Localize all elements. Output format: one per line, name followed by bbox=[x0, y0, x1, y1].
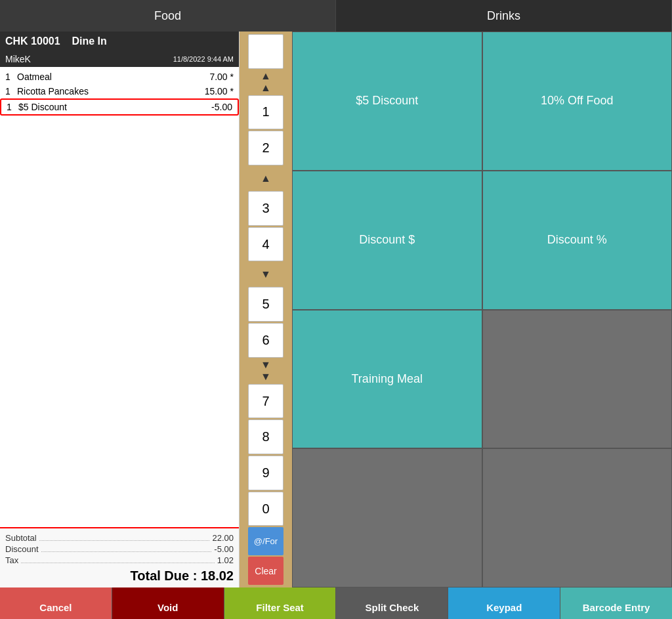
tax-value: 1.02 bbox=[217, 555, 234, 565]
order-items-list: 1 Oatmeal 7.00 * 1 Ricotta Pancakes 15.0… bbox=[0, 67, 239, 527]
keypad-button[interactable]: Keypad bbox=[448, 587, 560, 619]
total-due-value: 18.02 bbox=[201, 568, 234, 584]
num-5-button[interactable]: 5 bbox=[248, 287, 284, 322]
scroll-up-double-button[interactable]: ▲▲ bbox=[248, 70, 284, 94]
tab-food[interactable]: Food bbox=[0, 0, 336, 32]
tax-label: Tax bbox=[5, 555, 18, 565]
discount-value: -5.00 bbox=[214, 544, 234, 554]
tab-drinks[interactable]: Drinks bbox=[336, 0, 672, 32]
item-name: Oatmeal bbox=[17, 72, 194, 82]
at-for-button[interactable]: @/For bbox=[248, 527, 284, 555]
split-check-label: Split Check bbox=[366, 602, 419, 613]
table-row-selected[interactable]: 1 $5 Discount -5.00 bbox=[0, 98, 239, 116]
keypad-label: Keypad bbox=[486, 602, 522, 613]
menu-item-label: $5 Discount bbox=[356, 94, 418, 108]
menu-item-label: Discount % bbox=[547, 233, 607, 247]
num-9-button[interactable]: 9 bbox=[248, 456, 284, 490]
num-2-button[interactable]: 2 bbox=[248, 131, 284, 165]
clear-button[interactable]: Clear bbox=[248, 557, 284, 585]
tab-drinks-label: Drinks bbox=[487, 9, 520, 23]
menu-item-label: Training Meal bbox=[352, 372, 423, 386]
num-7-button[interactable]: 7 bbox=[248, 384, 284, 419]
menu-item-label: 10% Off Food bbox=[541, 94, 614, 108]
menu-item-empty-3 bbox=[482, 448, 673, 587]
item-name: Ricotta Pancakes bbox=[17, 86, 194, 96]
check-number: CHK 10001 bbox=[5, 35, 60, 47]
item-qty: 1 bbox=[5, 86, 17, 96]
filter-seat-label: Filter Seat bbox=[256, 602, 304, 613]
order-panel: CHK 10001 Dine In MikeK 11/8/2022 9:44 A… bbox=[0, 32, 240, 587]
num-1-button[interactable]: 1 bbox=[248, 95, 284, 130]
scroll-down-button[interactable]: ▼ bbox=[248, 263, 284, 286]
num-4-button[interactable]: 4 bbox=[248, 227, 284, 262]
menu-grid: $5 Discount 10% Off Food Discount $ Disc… bbox=[292, 32, 672, 587]
order-timestamp: 11/8/2022 9:44 AM bbox=[173, 55, 234, 63]
item-price: 15.00 * bbox=[194, 86, 234, 96]
clear-label: Clear bbox=[255, 566, 276, 576]
num-6-button[interactable]: 6 bbox=[248, 323, 284, 358]
item-price: 7.00 * bbox=[194, 72, 234, 82]
filter-seat-button[interactable]: Filter Seat bbox=[224, 587, 337, 619]
discount-label: Discount bbox=[5, 544, 39, 554]
numpad-column: ▲▲ 1 2 ▲ 3 4 ▼ 5 6 ▼▼ 7 8 9 0 @/For Clea… bbox=[240, 32, 292, 587]
scroll-up-button[interactable]: ▲ bbox=[248, 167, 284, 190]
scroll-down-double-button[interactable]: ▼▼ bbox=[248, 359, 284, 383]
tab-food-label: Food bbox=[154, 9, 181, 23]
item-name: $5 Discount bbox=[18, 102, 193, 112]
order-type: Dine In bbox=[72, 35, 106, 47]
menu-item-5-discount[interactable]: $5 Discount bbox=[292, 32, 482, 171]
table-row[interactable]: 1 Ricotta Pancakes 15.00 * bbox=[0, 84, 239, 98]
menu-item-10-off-food[interactable]: 10% Off Food bbox=[482, 32, 673, 171]
void-button[interactable]: Void bbox=[112, 587, 224, 619]
menu-item-discount-percent[interactable]: Discount % bbox=[482, 171, 673, 310]
barcode-entry-button[interactable]: Barcode Entry bbox=[560, 587, 672, 619]
customer-name: MikeK bbox=[5, 54, 31, 64]
bottom-action-bar: Cancel Void Filter Seat Split Check Keyp… bbox=[0, 587, 672, 619]
num-0-button[interactable]: 0 bbox=[248, 492, 284, 526]
total-due-label: Total Due : bbox=[131, 568, 198, 584]
cancel-button[interactable]: Cancel bbox=[0, 587, 112, 619]
order-totals: Subtotal 22.00 Discount -5.00 Tax 1.02 T… bbox=[0, 527, 239, 587]
item-price: -5.00 bbox=[193, 102, 232, 112]
menu-item-label: Discount $ bbox=[359, 233, 415, 247]
table-row[interactable]: 1 Oatmeal 7.00 * bbox=[0, 70, 239, 84]
order-header: CHK 10001 Dine In bbox=[0, 32, 239, 51]
void-label: Void bbox=[158, 602, 178, 613]
menu-item-training-meal[interactable]: Training Meal bbox=[292, 310, 482, 449]
barcode-entry-label: Barcode Entry bbox=[583, 602, 650, 613]
item-qty: 1 bbox=[5, 72, 17, 82]
num-3-button[interactable]: 3 bbox=[248, 191, 284, 226]
menu-item-discount-dollar[interactable]: Discount $ bbox=[292, 171, 482, 310]
subtotal-label: Subtotal bbox=[5, 533, 37, 543]
numpad-blank bbox=[248, 34, 284, 69]
subtotal-value: 22.00 bbox=[212, 533, 234, 543]
menu-item-empty-2 bbox=[292, 448, 482, 587]
cancel-label: Cancel bbox=[39, 602, 72, 613]
order-customer: MikeK 11/8/2022 9:44 AM bbox=[0, 51, 239, 67]
split-check-button[interactable]: Split Check bbox=[336, 587, 448, 619]
menu-item-empty-1 bbox=[482, 310, 673, 449]
item-qty: 1 bbox=[7, 102, 18, 112]
num-8-button[interactable]: 8 bbox=[248, 419, 284, 454]
at-for-label: @/For bbox=[254, 536, 278, 546]
